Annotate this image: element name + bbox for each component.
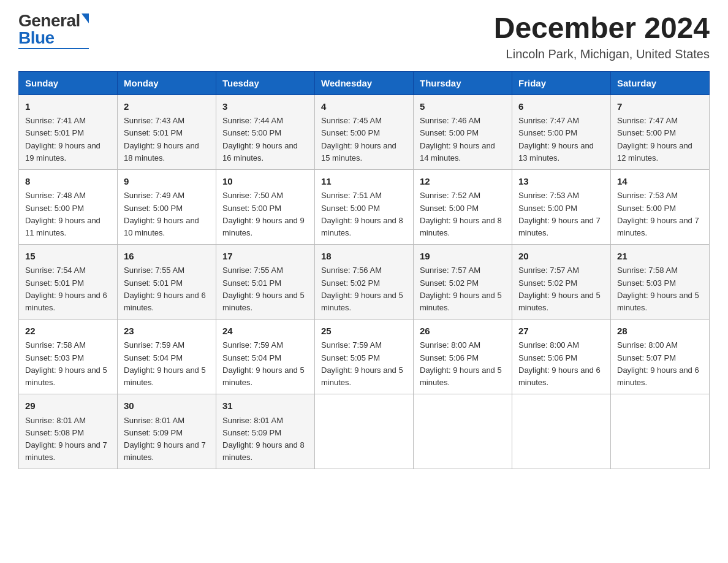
- calendar-day-cell: [414, 394, 512, 469]
- day-info: Sunrise: 7:44 AMSunset: 5:00 PMDaylight:…: [222, 115, 308, 164]
- day-info: Sunrise: 7:51 AMSunset: 5:00 PMDaylight:…: [321, 190, 407, 239]
- calendar-week-row: 8Sunrise: 7:48 AMSunset: 5:00 PMDaylight…: [19, 169, 710, 244]
- calendar-day-cell: 22Sunrise: 7:58 AMSunset: 5:03 PMDayligh…: [19, 319, 118, 394]
- calendar-day-cell: 4Sunrise: 7:45 AMSunset: 5:00 PMDaylight…: [315, 94, 414, 169]
- weekday-header-wednesday: Wednesday: [315, 71, 414, 94]
- calendar-day-cell: 19Sunrise: 7:57 AMSunset: 5:02 PMDayligh…: [414, 244, 512, 319]
- day-number: 26: [420, 324, 506, 339]
- day-info: Sunrise: 8:00 AMSunset: 5:06 PMDaylight:…: [420, 339, 506, 389]
- day-number: 5: [420, 100, 506, 114]
- calendar-day-cell: 30Sunrise: 8:01 AMSunset: 5:09 PMDayligh…: [118, 394, 216, 469]
- calendar-week-row: 15Sunrise: 7:54 AMSunset: 5:01 PMDayligh…: [19, 244, 710, 319]
- day-info: Sunrise: 8:00 AMSunset: 5:07 PMDaylight:…: [617, 339, 703, 389]
- weekday-header-saturday: Saturday: [611, 71, 710, 94]
- calendar-day-cell: 11Sunrise: 7:51 AMSunset: 5:00 PMDayligh…: [315, 169, 414, 244]
- day-info: Sunrise: 7:48 AMSunset: 5:00 PMDaylight:…: [25, 190, 111, 239]
- calendar-day-cell: 3Sunrise: 7:44 AMSunset: 5:00 PMDaylight…: [216, 94, 315, 169]
- day-number: 8: [25, 175, 111, 189]
- day-info: Sunrise: 7:53 AMSunset: 5:00 PMDaylight:…: [518, 190, 604, 239]
- calendar-day-cell: [315, 394, 414, 469]
- day-info: Sunrise: 7:49 AMSunset: 5:00 PMDaylight:…: [124, 190, 210, 239]
- calendar-day-cell: 12Sunrise: 7:52 AMSunset: 5:00 PMDayligh…: [414, 169, 512, 244]
- calendar-day-cell: 14Sunrise: 7:53 AMSunset: 5:00 PMDayligh…: [611, 169, 710, 244]
- day-info: Sunrise: 7:54 AMSunset: 5:01 PMDaylight:…: [25, 264, 111, 314]
- day-info: Sunrise: 7:55 AMSunset: 5:01 PMDaylight:…: [124, 264, 210, 314]
- day-number: 18: [321, 250, 407, 264]
- calendar-day-cell: 17Sunrise: 7:55 AMSunset: 5:01 PMDayligh…: [216, 244, 315, 319]
- weekday-header-thursday: Thursday: [414, 71, 512, 94]
- calendar-day-cell: 7Sunrise: 7:47 AMSunset: 5:00 PMDaylight…: [611, 94, 710, 169]
- day-number: 11: [321, 175, 407, 189]
- logo-underline: [18, 48, 89, 49]
- calendar-day-cell: 24Sunrise: 7:59 AMSunset: 5:04 PMDayligh…: [216, 319, 315, 394]
- page-header: General Blue December 2024 Lincoln Park,…: [18, 12, 710, 61]
- calendar-week-row: 22Sunrise: 7:58 AMSunset: 5:03 PMDayligh…: [19, 319, 710, 394]
- calendar-day-cell: 18Sunrise: 7:56 AMSunset: 5:02 PMDayligh…: [315, 244, 414, 319]
- day-info: Sunrise: 7:47 AMSunset: 5:00 PMDaylight:…: [617, 115, 703, 164]
- logo-general-text: General: [18, 12, 80, 29]
- calendar-day-cell: 15Sunrise: 7:54 AMSunset: 5:01 PMDayligh…: [19, 244, 118, 319]
- calendar-day-cell: 2Sunrise: 7:43 AMSunset: 5:01 PMDaylight…: [118, 94, 216, 169]
- calendar-day-cell: 20Sunrise: 7:57 AMSunset: 5:02 PMDayligh…: [512, 244, 611, 319]
- day-number: 25: [321, 324, 407, 339]
- day-info: Sunrise: 7:57 AMSunset: 5:02 PMDaylight:…: [420, 264, 506, 314]
- day-number: 29: [25, 399, 111, 413]
- day-info: Sunrise: 7:52 AMSunset: 5:00 PMDaylight:…: [420, 190, 506, 239]
- weekday-header-monday: Monday: [118, 71, 216, 94]
- day-info: Sunrise: 8:00 AMSunset: 5:06 PMDaylight:…: [518, 339, 604, 389]
- calendar-week-row: 1Sunrise: 7:41 AMSunset: 5:01 PMDaylight…: [19, 94, 710, 169]
- weekday-header-friday: Friday: [512, 71, 611, 94]
- logo-triangle-icon: [82, 13, 89, 23]
- day-number: 2: [124, 100, 210, 114]
- calendar-day-cell: 29Sunrise: 8:01 AMSunset: 5:08 PMDayligh…: [19, 394, 118, 469]
- day-number: 9: [124, 175, 210, 189]
- day-number: 13: [518, 175, 604, 189]
- day-info: Sunrise: 8:01 AMSunset: 5:08 PMDaylight:…: [25, 415, 111, 464]
- day-number: 3: [222, 100, 308, 114]
- calendar-day-cell: 31Sunrise: 8:01 AMSunset: 5:09 PMDayligh…: [216, 394, 315, 469]
- calendar-day-cell: 8Sunrise: 7:48 AMSunset: 5:00 PMDaylight…: [19, 169, 118, 244]
- day-info: Sunrise: 8:01 AMSunset: 5:09 PMDaylight:…: [222, 415, 308, 464]
- weekday-header-tuesday: Tuesday: [216, 71, 315, 94]
- calendar-body: 1Sunrise: 7:41 AMSunset: 5:01 PMDaylight…: [19, 94, 710, 469]
- calendar-day-cell: 13Sunrise: 7:53 AMSunset: 5:00 PMDayligh…: [512, 169, 611, 244]
- day-number: 22: [25, 324, 111, 339]
- day-number: 1: [25, 100, 111, 114]
- day-info: Sunrise: 7:56 AMSunset: 5:02 PMDaylight:…: [321, 264, 407, 314]
- day-number: 23: [124, 324, 210, 339]
- logo: General Blue: [18, 12, 89, 49]
- day-number: 15: [25, 250, 111, 264]
- day-number: 16: [124, 250, 210, 264]
- calendar-day-cell: 6Sunrise: 7:47 AMSunset: 5:00 PMDaylight…: [512, 94, 611, 169]
- calendar-day-cell: 9Sunrise: 7:49 AMSunset: 5:00 PMDaylight…: [118, 169, 216, 244]
- day-info: Sunrise: 7:59 AMSunset: 5:05 PMDaylight:…: [321, 339, 407, 389]
- weekday-header-row: SundayMondayTuesdayWednesdayThursdayFrid…: [19, 71, 710, 94]
- calendar-day-cell: 10Sunrise: 7:50 AMSunset: 5:00 PMDayligh…: [216, 169, 315, 244]
- calendar-table: SundayMondayTuesdayWednesdayThursdayFrid…: [18, 71, 710, 469]
- day-number: 7: [617, 100, 703, 114]
- title-area: December 2024 Lincoln Park, Michigan, Un…: [494, 12, 710, 61]
- day-number: 17: [222, 250, 308, 264]
- day-number: 27: [518, 324, 604, 339]
- day-info: Sunrise: 7:55 AMSunset: 5:01 PMDaylight:…: [222, 264, 308, 314]
- calendar-day-cell: 25Sunrise: 7:59 AMSunset: 5:05 PMDayligh…: [315, 319, 414, 394]
- calendar-day-cell: 23Sunrise: 7:59 AMSunset: 5:04 PMDayligh…: [118, 319, 216, 394]
- day-number: 14: [617, 175, 703, 189]
- day-info: Sunrise: 7:47 AMSunset: 5:00 PMDaylight:…: [518, 115, 604, 164]
- day-number: 28: [617, 324, 703, 339]
- day-number: 21: [617, 250, 703, 264]
- calendar-week-row: 29Sunrise: 8:01 AMSunset: 5:08 PMDayligh…: [19, 394, 710, 469]
- calendar-day-cell: [611, 394, 710, 469]
- day-number: 6: [518, 100, 604, 114]
- day-info: Sunrise: 7:53 AMSunset: 5:00 PMDaylight:…: [617, 190, 703, 239]
- day-number: 19: [420, 250, 506, 264]
- day-info: Sunrise: 7:59 AMSunset: 5:04 PMDaylight:…: [222, 339, 308, 389]
- calendar-day-cell: 27Sunrise: 8:00 AMSunset: 5:06 PMDayligh…: [512, 319, 611, 394]
- location-title: Lincoln Park, Michigan, United States: [494, 47, 710, 61]
- calendar-day-cell: 1Sunrise: 7:41 AMSunset: 5:01 PMDaylight…: [19, 94, 118, 169]
- day-number: 24: [222, 324, 308, 339]
- day-info: Sunrise: 7:59 AMSunset: 5:04 PMDaylight:…: [124, 339, 210, 389]
- logo-blue-text: Blue: [18, 29, 55, 47]
- day-info: Sunrise: 7:58 AMSunset: 5:03 PMDaylight:…: [617, 264, 703, 314]
- calendar-day-cell: 26Sunrise: 8:00 AMSunset: 5:06 PMDayligh…: [414, 319, 512, 394]
